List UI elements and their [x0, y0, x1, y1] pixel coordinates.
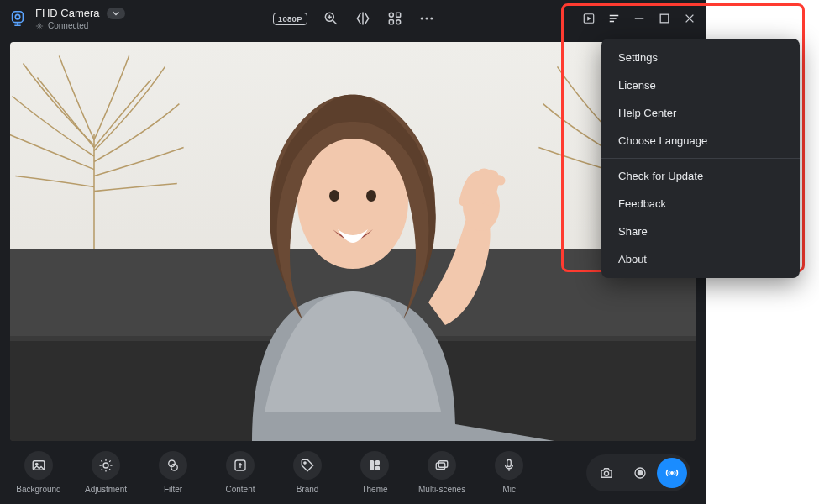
- tool-content[interactable]: Content: [217, 451, 264, 494]
- main-menu-dropdown: Settings License Help Center Choose Lang…: [601, 39, 800, 278]
- brightness-icon: [98, 458, 113, 473]
- broadcast-icon: [664, 465, 680, 480]
- titlebar: FHD Camera Connected 1080P: [0, 0, 706, 37]
- tool-label: Theme: [361, 485, 387, 494]
- svg-point-6: [396, 20, 400, 24]
- more-button[interactable]: [418, 10, 435, 27]
- svg-rect-23: [370, 460, 374, 470]
- svg-point-9: [430, 18, 433, 20]
- record-icon: [633, 465, 648, 480]
- menu-item-license[interactable]: License: [601, 71, 800, 99]
- theme-icon: [367, 458, 382, 473]
- zoom-in-icon: [323, 10, 339, 27]
- svg-rect-27: [438, 461, 448, 468]
- bottombar: Background Adjustment Filter Content Bra…: [0, 441, 706, 504]
- layout-button[interactable]: [386, 10, 403, 27]
- flip-icon: [354, 10, 371, 27]
- tool-theme[interactable]: Theme: [351, 451, 398, 494]
- menu-icon: [608, 13, 620, 24]
- decor-person: [151, 55, 554, 441]
- grid-icon: [386, 10, 403, 27]
- camera-preview: [10, 42, 696, 441]
- menu-item-settings[interactable]: Settings: [601, 44, 800, 71]
- mic-icon: [501, 458, 517, 473]
- app-window: FHD Camera Connected 1080P: [0, 0, 706, 504]
- menu-item-language[interactable]: Choose Language: [601, 127, 800, 155]
- menu-item-share[interactable]: Share: [601, 218, 800, 245]
- svg-point-7: [420, 18, 423, 20]
- camera-dropdown-toggle[interactable]: [107, 8, 125, 19]
- upload-icon: [233, 458, 248, 473]
- titlebar-center: 1080P: [273, 10, 435, 27]
- svg-rect-0: [13, 12, 24, 23]
- title-row: FHD Camera: [35, 7, 125, 19]
- record-button[interactable]: [623, 458, 657, 488]
- tool-label: Background: [16, 485, 60, 494]
- tool-label: Multi-scenes: [418, 485, 465, 494]
- menu-button[interactable]: [608, 13, 620, 24]
- svg-point-22: [304, 462, 306, 464]
- menu-item-help[interactable]: Help Center: [601, 99, 800, 127]
- snapshot-button[interactable]: [590, 458, 623, 488]
- broadcast-button[interactable]: [657, 458, 687, 488]
- svg-point-8: [425, 18, 428, 20]
- menu-divider: [601, 158, 800, 159]
- tool-label: Adjustment: [85, 485, 127, 494]
- image-icon: [31, 458, 46, 473]
- svg-point-31: [638, 470, 642, 475]
- status-row: Connected: [35, 21, 125, 30]
- webcam-icon: [8, 9, 27, 28]
- tool-label: Content: [225, 485, 255, 494]
- status-text: Connected: [48, 21, 88, 30]
- close-button[interactable]: [684, 13, 696, 24]
- tool-adjustment[interactable]: Adjustment: [82, 451, 129, 494]
- tool-label: Filter: [164, 485, 182, 494]
- pip-button[interactable]: [583, 13, 595, 24]
- tool-mic[interactable]: Mic: [486, 451, 533, 494]
- zoom-button[interactable]: [323, 10, 339, 27]
- tool-multiscenes[interactable]: Multi-scenes: [418, 451, 465, 494]
- svg-rect-24: [375, 460, 380, 465]
- titlebar-left: FHD Camera Connected: [8, 7, 125, 30]
- svg-point-3: [389, 13, 393, 17]
- tag-icon: [300, 458, 315, 473]
- tools-right: [586, 454, 690, 491]
- svg-rect-5: [389, 20, 393, 24]
- filter-icon: [165, 458, 181, 473]
- svg-rect-28: [507, 459, 512, 466]
- app-title: FHD Camera: [35, 7, 100, 19]
- more-icon: [418, 10, 435, 27]
- svg-point-14: [366, 190, 376, 202]
- menu-item-feedback[interactable]: Feedback: [601, 190, 800, 218]
- camera-icon: [599, 465, 614, 480]
- flip-button[interactable]: [354, 10, 371, 27]
- maximize-icon: [659, 13, 670, 24]
- resolution-button[interactable]: 1080P: [273, 13, 307, 25]
- chevron-down-icon: [112, 10, 120, 17]
- tool-background[interactable]: Background: [15, 451, 62, 494]
- maximize-button[interactable]: [659, 13, 670, 24]
- svg-rect-26: [436, 463, 445, 470]
- titlebar-right: [583, 13, 696, 24]
- svg-rect-25: [375, 466, 380, 470]
- tool-label: Mic: [502, 485, 516, 494]
- menu-item-about[interactable]: About: [601, 245, 800, 273]
- tools-left: Background Adjustment Filter Content Bra…: [15, 451, 533, 494]
- svg-rect-4: [396, 13, 400, 17]
- tool-brand[interactable]: Brand: [284, 451, 331, 494]
- minimize-button[interactable]: [633, 13, 645, 24]
- tool-filter[interactable]: Filter: [150, 451, 197, 494]
- scenes-icon: [434, 458, 449, 473]
- minimize-icon: [633, 13, 645, 24]
- tool-label: Brand: [297, 485, 319, 494]
- svg-point-32: [671, 471, 673, 473]
- svg-point-18: [103, 463, 108, 468]
- connection-icon: [35, 22, 44, 30]
- close-icon: [684, 13, 696, 24]
- menu-item-update[interactable]: Check for Update: [601, 162, 800, 190]
- svg-rect-11: [660, 14, 669, 23]
- svg-point-1: [15, 14, 20, 19]
- play-window-icon: [583, 13, 595, 24]
- svg-point-17: [36, 463, 38, 465]
- title-block: FHD Camera Connected: [35, 7, 125, 30]
